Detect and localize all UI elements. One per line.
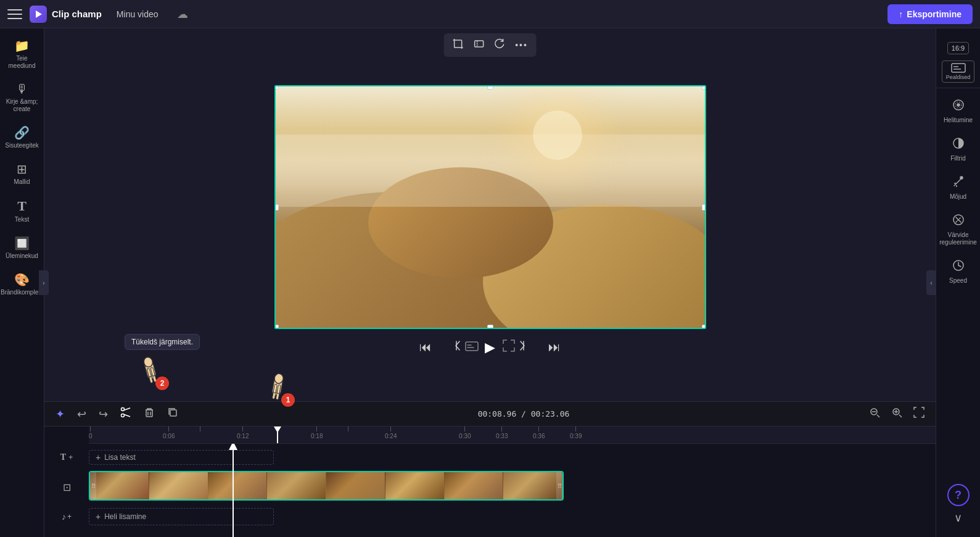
undo-button[interactable]: ↩: [73, 405, 90, 423]
more-options-button[interactable]: •••: [511, 36, 532, 54]
video-track-row: ⊡: [44, 471, 936, 503]
handle-right-mid[interactable]: [702, 204, 706, 210]
svg-point-46: [960, 177, 963, 179]
right-panel-item-speed[interactable]: Speed: [939, 254, 978, 289]
ruler-mark-33: 0:33: [496, 427, 508, 439]
sidebar-item-content[interactable]: 🔗 Sisuteegitek: [2, 120, 42, 154]
svg-line-14: [124, 415, 130, 417]
sidebar-item-templates[interactable]: ⊞ Mallid: [2, 157, 42, 191]
my-video-button[interactable]: Minu video: [109, 6, 166, 23]
thumb-2: [149, 472, 208, 499]
add-audio-track[interactable]: + Heli lisamine: [89, 508, 274, 525]
text-track-icon: T +: [44, 452, 89, 462]
handle-bottom-left[interactable]: [274, 325, 279, 329]
video-toolbar: •••: [443, 33, 537, 57]
fit-timeline-button[interactable]: [910, 404, 928, 423]
svg-point-12: [121, 414, 125, 417]
sidebar-item-brand[interactable]: 🎨 Brändikomplekt: [2, 267, 42, 301]
cc-panel-label: Pealdised: [946, 74, 971, 80]
skip-back-button[interactable]: ⏮: [416, 336, 435, 358]
sidebar-expand-btn[interactable]: ›: [39, 270, 49, 295]
captions-panel-button[interactable]: Pealdised: [942, 60, 975, 83]
handle-top-mid[interactable]: [487, 85, 493, 90]
topbar-left: Clip champ Minu video ☁: [7, 6, 188, 23]
play-button[interactable]: ▶: [481, 336, 499, 359]
ruler-mark-30: 0:30: [459, 427, 471, 439]
cut-button[interactable]: [117, 404, 135, 423]
right-panel-item-color[interactable]: Värvide reguleerimine: [939, 208, 978, 251]
audio-track-label: Heli lisamine: [104, 512, 146, 521]
right-panel-item-effects[interactable]: Mõjud: [939, 170, 978, 206]
svg-marker-0: [36, 10, 42, 18]
text-track-content: + Lisa tekst: [89, 446, 936, 468]
right-panel-collapse-btn[interactable]: ‹: [926, 270, 936, 295]
clone-button[interactable]: [163, 404, 182, 423]
svg-line-45: [954, 178, 961, 186]
rotate-button[interactable]: [490, 36, 509, 54]
right-panel-item-filters[interactable]: Filtrid: [939, 131, 978, 167]
svg-rect-8: [466, 342, 478, 351]
add-media-button[interactable]: ✦: [52, 405, 68, 423]
record-icon: 🎙: [16, 82, 28, 96]
text-track-plus: +: [68, 453, 73, 462]
aspect-ratio-button[interactable]: 16:9: [947, 42, 969, 54]
sidebar-item-media[interactable]: 📁 Teie meediund: [2, 33, 42, 75]
sidebar-item-transitions[interactable]: 🔲 Üleminekud: [2, 231, 42, 265]
text-track-label: Lisa tekst: [104, 453, 136, 462]
text-track-row: T + + Lisa tekst: [44, 446, 936, 468]
fullscreen-button[interactable]: [503, 339, 515, 355]
ruler-mark-21: [348, 427, 348, 431]
speed-icon: [952, 259, 965, 275]
timeline-toolbar: ✦ ↩ ↪: [44, 402, 936, 427]
svg-line-25: [899, 415, 902, 417]
redo-button[interactable]: ↪: [95, 405, 112, 423]
thumb-3: [208, 472, 268, 499]
zoom-out-button[interactable]: [865, 404, 884, 423]
handle-left-mid[interactable]: [274, 204, 279, 210]
handle-bottom-right[interactable]: [702, 325, 706, 329]
handle-bottom-mid[interactable]: [487, 325, 493, 329]
delete-button[interactable]: [140, 404, 159, 423]
sidebar: 📁 Teie meediund 🎙 Kirje &amp; create 🔗 S…: [0, 28, 44, 537]
right-panel-item-volume[interactable]: Helitumine: [939, 93, 978, 129]
center-area: •••: [44, 28, 936, 537]
help-button[interactable]: ?: [947, 484, 970, 506]
right-panel-label-filters: Filtrid: [950, 155, 965, 162]
video-track-handle-right[interactable]: [556, 472, 562, 499]
sidebar-item-label-content: Sisuteegitek: [5, 142, 38, 149]
handle-top-left[interactable]: [274, 85, 279, 90]
tooltip: Tükeldš järgmiselt.: [125, 334, 200, 350]
media-icon: 📁: [14, 38, 30, 53]
captions-button[interactable]: [465, 341, 479, 354]
audio-track-plus: +: [67, 512, 72, 521]
svg-rect-38: [952, 64, 965, 72]
right-panel-label-effects: Mõjud: [950, 193, 966, 201]
skip-forward-button[interactable]: ⏭: [545, 336, 564, 358]
chevron-down-button[interactable]: ∨: [952, 509, 965, 527]
content-icon: 🔗: [14, 125, 30, 140]
fog-overlay: [276, 135, 705, 207]
brand-icon: 🎨: [14, 272, 30, 287]
resize-button[interactable]: [469, 36, 488, 54]
video-track-icon: ⊡: [44, 481, 89, 493]
timeline-ruler: 0 0:06 0:12: [89, 427, 936, 444]
video-track[interactable]: [89, 471, 564, 501]
sidebar-item-label-transitions: Üleminekud: [6, 252, 38, 260]
crop-button[interactable]: [448, 36, 467, 54]
handle-top-right[interactable]: [702, 85, 706, 90]
add-text-track[interactable]: + Lisa tekst: [89, 450, 274, 465]
menu-icon[interactable]: [7, 7, 22, 22]
thumb-8: [503, 472, 562, 499]
ruler-mark-6: 0:06: [163, 427, 175, 439]
sidebar-item-text[interactable]: T Tekst: [2, 193, 42, 228]
svg-line-21: [877, 415, 879, 417]
right-panel: ‹ 16:9 Pealdised: [936, 28, 980, 537]
zoom-in-button[interactable]: [887, 404, 906, 423]
ruler-playhead: [277, 427, 278, 444]
right-panel-top: 16:9 Pealdised Helitum: [936, 33, 980, 289]
export-button[interactable]: ↑ Eksportimine: [887, 4, 973, 24]
topbar: Clip champ Minu video ☁ ↑ Eksportimine: [0, 0, 980, 28]
sidebar-item-record[interactable]: 🎙 Kirje &amp; create: [2, 77, 42, 118]
sun-glow: [533, 110, 582, 160]
video-track-handle-left[interactable]: [90, 472, 96, 499]
